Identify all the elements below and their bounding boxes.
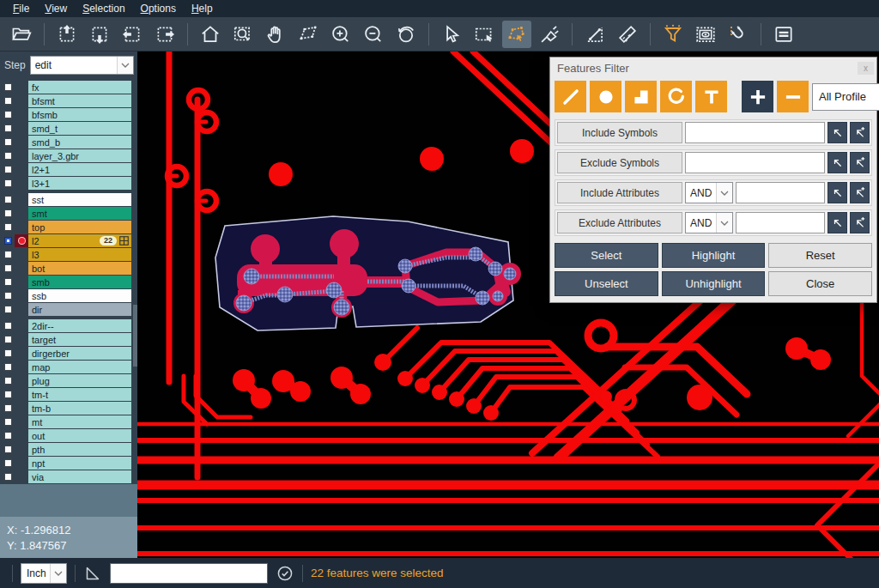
include-symbols-input[interactable] [685, 122, 825, 143]
layer-name[interactable]: l3 [28, 248, 131, 261]
dialog-title-bar[interactable]: Features Filter x [550, 58, 876, 79]
layer-row-fx[interactable]: fx [2, 81, 131, 94]
home-view-icon[interactable] [196, 21, 225, 48]
menu-selection[interactable]: Selection [75, 0, 132, 17]
layer-name[interactable]: 2dir-- [28, 319, 131, 332]
layer-row-bfsmb[interactable]: bfsmb [2, 108, 131, 121]
layer-visibility-checkbox[interactable] [2, 361, 15, 373]
snap-mode-icon[interactable] [724, 21, 753, 48]
layer-visibility-checkbox[interactable] [2, 347, 15, 360]
layer-name[interactable]: l222 [28, 234, 131, 247]
layer-visibility-checkbox[interactable] [2, 136, 15, 149]
pan-hand-icon[interactable] [261, 21, 290, 48]
layer-row-l3-1[interactable]: l3+1 [2, 177, 131, 190]
layer-name[interactable]: npt [28, 457, 131, 470]
sync-check-icon[interactable] [276, 564, 294, 583]
layer-row-smt[interactable]: smt [2, 207, 131, 220]
select-button[interactable]: Select [555, 243, 658, 268]
layer-name[interactable]: ssb [28, 289, 131, 302]
layer-row-pth[interactable]: pth [2, 443, 131, 456]
layer-name[interactable]: tm-t [28, 388, 131, 401]
unit-select[interactable]: Inch [21, 563, 67, 584]
layer-name[interactable]: pth [28, 443, 131, 456]
open-folder-icon[interactable] [7, 21, 36, 48]
unselect-button[interactable]: Unselect [555, 271, 658, 296]
layer-row-l2-1[interactable]: l2+1 [2, 163, 131, 176]
layer-visibility-checkbox[interactable] [2, 443, 15, 456]
layer-visibility-checkbox[interactable] [2, 289, 15, 302]
layer-visibility-checkbox[interactable] [2, 248, 15, 261]
layer-row-ssb[interactable]: ssb [2, 289, 131, 302]
layer-name[interactable]: l3+1 [28, 177, 131, 190]
reset-button[interactable]: Reset [768, 243, 872, 268]
exclude-attributes-input[interactable] [736, 212, 825, 233]
layer-row-top[interactable]: top [2, 221, 131, 233]
text-filter-toggle[interactable] [695, 81, 727, 112]
pick-from-canvas-icon[interactable] [827, 182, 847, 203]
features-filter-icon[interactable] [658, 21, 688, 48]
menu-options[interactable]: Options [133, 0, 184, 17]
positive-polarity-toggle[interactable] [742, 81, 773, 112]
zoom-out-icon[interactable] [359, 21, 388, 48]
layer-row-dir[interactable]: dir [2, 303, 131, 316]
layer-name[interactable]: bfsmt [28, 94, 131, 107]
layer-row-sst[interactable]: sst [2, 193, 131, 206]
layer-visibility-checkbox[interactable] [2, 177, 15, 190]
layer-name[interactable]: tm-b [28, 402, 131, 415]
line-filter-toggle[interactable] [555, 81, 586, 112]
layer-name[interactable]: layer_3.gbr [28, 149, 131, 162]
layer-row-out[interactable]: out [2, 429, 131, 442]
exclude-symbols-input[interactable] [685, 152, 825, 173]
pan-down-icon[interactable] [85, 21, 114, 48]
zoom-window-icon[interactable] [228, 21, 258, 48]
highlight-button[interactable]: Highlight [662, 243, 766, 268]
layer-name[interactable]: top [28, 221, 131, 233]
layer-visibility-checkbox[interactable] [2, 193, 15, 206]
layer-visibility-checkbox[interactable] [2, 221, 15, 233]
pick-from-canvas-icon[interactable] [827, 122, 847, 143]
layer-visibility-checkbox[interactable] [2, 94, 15, 107]
layer-visibility-checkbox[interactable] [2, 470, 15, 483]
layer-visibility-checkbox[interactable] [2, 333, 15, 346]
layer-row-smd-t[interactable]: smd_t [2, 122, 131, 135]
layer-name[interactable]: mt [28, 415, 131, 428]
exclude-attributes-button[interactable]: Exclude Attributes [557, 212, 682, 233]
layer-name[interactable]: smd_b [28, 136, 131, 149]
layer-name[interactable]: bot [28, 262, 131, 275]
include-attributes-button[interactable]: Include Attributes [557, 182, 682, 203]
layer-row-dirgerber[interactable]: dirgerber [2, 347, 131, 360]
layer-visibility-checkbox[interactable] [2, 262, 15, 275]
layer-visibility-checkbox[interactable] [2, 415, 15, 428]
layer-visibility-checkbox[interactable] [2, 429, 15, 442]
operator-select[interactable]: AND [685, 182, 733, 203]
layer-row-l2[interactable]: l222 [2, 234, 131, 247]
select-arrow-icon[interactable] [437, 21, 466, 48]
arc-filter-toggle[interactable] [660, 81, 692, 112]
close-button[interactable]: Close [768, 271, 872, 296]
select-rectangle-icon[interactable] [470, 21, 499, 48]
layer-row-2dir-[interactable]: 2dir-- [2, 319, 131, 332]
layer-name[interactable]: out [28, 429, 131, 442]
layer-visibility-checkbox[interactable] [2, 374, 15, 387]
layer-row-target[interactable]: target [2, 333, 131, 346]
menu-view[interactable]: View [37, 0, 75, 17]
profile-select[interactable]: All Profile [812, 83, 879, 111]
include-attributes-input[interactable] [736, 182, 825, 203]
include-symbols-button[interactable]: Include Symbols [557, 122, 682, 143]
clear-selection-icon[interactable] [535, 21, 564, 48]
layer-name[interactable]: smd_t [28, 122, 131, 135]
layer-visibility-checkbox[interactable] [2, 388, 15, 401]
pick-add-icon[interactable] [850, 122, 870, 143]
layer-row-tm-t[interactable]: tm-t [2, 388, 131, 401]
layer-name[interactable]: via [28, 470, 131, 483]
pick-add-icon[interactable] [850, 182, 870, 203]
dialog-close-icon[interactable]: x [858, 62, 874, 75]
zoom-previous-icon[interactable] [391, 21, 421, 48]
negative-polarity-toggle[interactable] [777, 81, 809, 112]
measure-distance-icon[interactable] [580, 21, 609, 48]
menu-help[interactable]: Help [184, 0, 221, 17]
unhighlight-button[interactable]: Unhighlight [662, 271, 766, 296]
view-options-icon[interactable] [691, 21, 720, 48]
layer-row-bot[interactable]: bot [2, 262, 131, 275]
layer-row-l3[interactable]: l3 [2, 248, 131, 261]
